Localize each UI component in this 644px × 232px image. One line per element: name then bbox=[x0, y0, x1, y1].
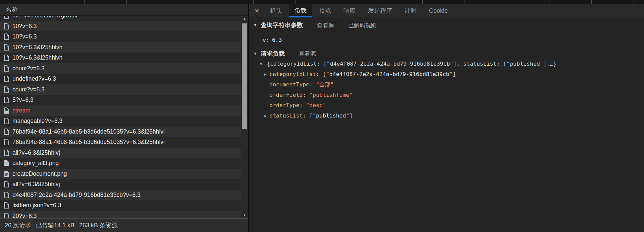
detail-tab[interactable]: Cookie bbox=[424, 4, 453, 17]
detail-tab[interactable]: 计时 bbox=[399, 4, 422, 17]
payload-value: "publishTime" bbox=[309, 92, 353, 98]
payload-entry[interactable]: ▶orderField: "publishTime" bbox=[249, 91, 644, 99]
resources-size: 263 kB 条资源 bbox=[79, 221, 118, 229]
payload-key: orderField bbox=[269, 92, 303, 98]
transferred-size: 已传输14.1 kB bbox=[36, 221, 74, 229]
name-column-header[interactable]: 名称 bbox=[0, 4, 248, 16]
devtools-network-panel: 名称 me?v=6.3&l25hhlvg&null bbox=[0, 0, 644, 232]
request-name: 10?v=6.3 bbox=[12, 23, 37, 30]
payload-value: ["d4e4f087-2e2a-424a-bd79-916bd81e39cb"] bbox=[323, 71, 456, 77]
file-icon bbox=[4, 44, 9, 51]
file-icon bbox=[4, 16, 9, 19]
payload-section-header: ▼ 请求负载 查看源 bbox=[253, 49, 644, 58]
request-row[interactable]: count?v=6.3 bbox=[0, 84, 248, 95]
request-row[interactable]: manageable?v=6.3 bbox=[0, 116, 248, 127]
scrollbar-track[interactable] bbox=[241, 22, 248, 212]
payload-key: documentType bbox=[269, 81, 309, 88]
file-icon bbox=[4, 33, 9, 40]
request-row[interactable]: 10?v=6.3 bbox=[0, 21, 248, 32]
tab-label: 发起程序 bbox=[368, 7, 392, 15]
network-summary-bar: 26 次请求 已传输14.1 kB 263 kB 条资源 bbox=[0, 218, 248, 232]
detail-tab[interactable]: 负载 bbox=[289, 4, 312, 17]
request-row[interactable]: createDocument.png bbox=[0, 169, 248, 179]
request-name: 10?v=6.3&l25hhlvh bbox=[12, 54, 62, 61]
payload-value: "全部" bbox=[316, 81, 334, 88]
request-row[interactable]: d4e4f087-2e2a-424a-bd79-916bd81e39cb?v=6… bbox=[0, 190, 248, 201]
scrollbar-thumb[interactable] bbox=[242, 23, 247, 129]
file-icon bbox=[4, 150, 9, 156]
tab-label: Cookie bbox=[429, 7, 448, 14]
file-icon bbox=[4, 118, 9, 124]
payload-root-row[interactable]: ▼{categoryIdList: ["d4e4f087-2e2a-424a-b… bbox=[249, 60, 644, 68]
query-param-value: 6.3 bbox=[272, 37, 282, 43]
request-row[interactable]: 10?v=6.3&l25hhlvh bbox=[0, 42, 248, 53]
name-column-label: 名称 bbox=[6, 6, 18, 14]
file-icon bbox=[4, 65, 9, 72]
collapse-arrow-icon[interactable]: ▼ bbox=[253, 49, 259, 58]
file-icon bbox=[4, 192, 9, 198]
detail-tab[interactable]: 标头 bbox=[265, 4, 287, 17]
request-count: 26 次请求 bbox=[5, 221, 31, 229]
payload-tab-content: ▼ 查询字符串参数 查看源 已解码视图 v:6.3 ▼ 请求负载 查看源 ▼{c… bbox=[249, 17, 644, 232]
request-row[interactable]: category_all3.png bbox=[0, 158, 248, 169]
expand-arrow-icon[interactable]: ▶ bbox=[264, 70, 267, 78]
file-icon bbox=[4, 202, 9, 209]
request-row[interactable]: 5?v=6.3 bbox=[0, 95, 248, 105]
collapse-arrow-icon[interactable]: ▼ bbox=[253, 21, 259, 29]
section-separator bbox=[249, 45, 644, 45]
request-row[interactable]: stream bbox=[0, 105, 248, 116]
requests-scrollbar[interactable]: ▲ ▼ bbox=[241, 16, 248, 218]
payload-entries: ▶categoryIdList: ["d4e4f087-2e2a-424a-bd… bbox=[249, 70, 644, 120]
request-name: d4e4f087-2e2a-424a-bd79-916bd81e39cb?v=6… bbox=[12, 191, 141, 199]
query-param-row: v:6.3 bbox=[263, 36, 644, 44]
request-row[interactable]: all?v=6.3&l25hhlvj bbox=[0, 179, 248, 190]
payload-entry[interactable]: ▶statusList: ["published"] bbox=[249, 112, 644, 120]
request-row[interactable]: all?v=6.3&l25hhlvj bbox=[0, 148, 248, 158]
request-name: category_all3.png bbox=[12, 160, 59, 167]
view-source-button[interactable]: 查看源 bbox=[299, 50, 316, 58]
query-string-section-header: ▼ 查询字符串参数 查看源 已解码视图 bbox=[253, 21, 644, 29]
section-separator bbox=[249, 124, 644, 124]
timeline-ruler bbox=[0, 0, 644, 4]
request-name: 76baf94e-88a1-46b8-8ab5-b3d6dde51035?v=6… bbox=[12, 139, 165, 146]
tab-label: 响应 bbox=[343, 7, 356, 15]
file-icon bbox=[4, 139, 9, 145]
close-detail-button[interactable]: ✕ bbox=[251, 4, 263, 17]
view-source-button[interactable]: 查看源 bbox=[317, 21, 334, 29]
view-decoded-button[interactable]: 已解码视图 bbox=[348, 21, 377, 29]
request-row[interactable]: me?v=6.3&l25hhlvg&null bbox=[0, 16, 248, 21]
scroll-up-icon[interactable]: ▲ bbox=[241, 16, 248, 22]
file-icon bbox=[4, 213, 9, 218]
request-row[interactable]: count?v=6.3 bbox=[0, 63, 248, 74]
request-name: listItem.json?v=6.3 bbox=[12, 202, 61, 209]
request-row[interactable]: undefined?v=6.3 bbox=[0, 74, 248, 84]
detail-tab[interactable]: 预览 bbox=[314, 4, 336, 17]
payload-entry[interactable]: ▶orderType: "desc" bbox=[249, 101, 644, 109]
requests-pane: 名称 me?v=6.3&l25hhlvg&null bbox=[0, 4, 248, 232]
detail-tab[interactable]: 发起程序 bbox=[363, 4, 397, 17]
file-icon bbox=[4, 97, 9, 103]
request-name: me?v=6.3&l25hhlvg&null bbox=[12, 16, 77, 19]
request-row[interactable]: 20?v=6.3 bbox=[0, 211, 248, 219]
scroll-down-icon[interactable]: ▼ bbox=[241, 212, 248, 218]
collapse-arrow-icon[interactable]: ▼ bbox=[260, 60, 262, 68]
request-name: all?v=6.3&l25hhlvj bbox=[12, 149, 60, 156]
request-row[interactable]: listItem.json?v=6.3 bbox=[0, 200, 248, 211]
file-icon bbox=[4, 86, 9, 93]
expand-arrow-icon[interactable]: ▶ bbox=[264, 112, 267, 120]
request-rows: me?v=6.3&l25hhlvg&null 10?v=6.3 bbox=[0, 16, 248, 218]
file-icon bbox=[4, 129, 9, 135]
payload-entry[interactable]: ▶categoryIdList: ["d4e4f087-2e2a-424a-bd… bbox=[249, 70, 644, 78]
request-row[interactable]: 10?v=6.3 bbox=[0, 31, 248, 42]
request-name: count?v=6.3 bbox=[12, 65, 45, 72]
file-icon bbox=[4, 160, 9, 166]
request-row[interactable]: 76baf94e-88a1-46b8-8ab5-b3d6dde51035?v=6… bbox=[0, 137, 248, 148]
payload-entry[interactable]: ▶documentType: "全部" bbox=[249, 81, 644, 89]
tab-label: 预览 bbox=[319, 7, 331, 15]
detail-tab[interactable]: 响应 bbox=[338, 4, 361, 17]
detail-tab-bar: ✕ 标头负载预览响应发起程序计时Cookie bbox=[249, 4, 644, 17]
request-name: undefined?v=6.3 bbox=[12, 75, 56, 82]
request-row[interactable]: 76baf94e-88a1-46b8-8ab5-b3d6dde51035?v=6… bbox=[0, 127, 248, 137]
request-row[interactable]: 10?v=6.3&l25hhlvh bbox=[0, 53, 248, 63]
request-name: manageable?v=6.3 bbox=[12, 118, 62, 125]
